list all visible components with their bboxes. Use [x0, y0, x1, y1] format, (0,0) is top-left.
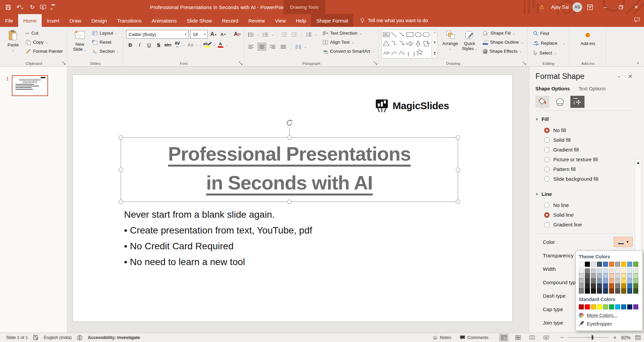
color-swatch[interactable]: [585, 268, 590, 273]
shapes-gallery-items[interactable]: { }: [381, 30, 432, 58]
color-swatch[interactable]: [603, 268, 608, 273]
bold-button[interactable]: B: [126, 41, 134, 49]
resize-handle-bottom-center[interactable]: [287, 200, 292, 204]
radio-no-line[interactable]: No line: [544, 200, 633, 210]
color-swatch[interactable]: [633, 289, 638, 294]
color-swatch[interactable]: [591, 262, 596, 267]
resize-handle-bottom-left[interactable]: [119, 200, 123, 204]
color-swatch[interactable]: [615, 262, 620, 267]
color-swatch[interactable]: [591, 268, 596, 273]
slide-canvas[interactable]: MagicSlides Professional Presentations i…: [73, 75, 513, 322]
paste-dropdown-icon[interactable]: ⌄: [12, 48, 14, 52]
character-spacing-button[interactable]: AV↔: [173, 41, 181, 49]
color-swatch[interactable]: [627, 273, 632, 279]
color-swatch[interactable]: [627, 284, 632, 289]
zoom-level[interactable]: 82%: [621, 335, 631, 340]
numbering-dropdown-icon[interactable]: ⌄: [272, 33, 274, 36]
copy-button[interactable]: Copy ⌄: [24, 38, 64, 47]
replace-dropdown-icon[interactable]: ⌄: [563, 42, 565, 45]
paragraph-dialog-launcher-icon[interactable]: [374, 61, 377, 65]
color-swatch[interactable]: [591, 273, 596, 279]
color-swatch[interactable]: [603, 304, 608, 309]
color-swatch[interactable]: [585, 273, 590, 279]
radio-gradient-line[interactable]: Gradient line: [544, 220, 633, 229]
color-swatch[interactable]: [591, 304, 596, 309]
undo-dropdown-icon[interactable]: ⌄: [18, 4, 25, 10]
color-swatch[interactable]: [579, 289, 584, 294]
color-swatch[interactable]: [603, 262, 608, 267]
font-color-dropdown-icon[interactable]: ⌄: [226, 43, 228, 46]
collapse-ribbon-icon[interactable]: ∧: [637, 61, 639, 65]
slide-indicator[interactable]: Slide 1 of 1: [6, 335, 28, 340]
pane-close-icon[interactable]: ✕: [628, 73, 633, 80]
bullets-dropdown-icon[interactable]: ⌄: [257, 33, 259, 36]
quick-styles-button[interactable]: QuickStyles ⌄: [460, 29, 479, 52]
decrease-font-size-button[interactable]: A▼: [219, 30, 227, 38]
resize-handle-mid-left[interactable]: [119, 168, 123, 172]
clipboard-dialog-launcher-icon[interactable]: [62, 61, 66, 65]
radio-solid-fill[interactable]: Solid fill: [544, 135, 633, 145]
columns-dropdown-icon[interactable]: ⌄: [304, 45, 307, 48]
format-painter-button[interactable]: Format Painter: [24, 47, 64, 56]
layout-dropdown-icon[interactable]: ⌄: [115, 32, 118, 35]
drawing-dialog-launcher-icon[interactable]: [523, 61, 526, 65]
color-swatch[interactable]: [621, 279, 626, 284]
avatar[interactable]: AS: [572, 2, 582, 12]
increase-font-size-button[interactable]: A▲: [209, 30, 217, 38]
gallery-scroll-up-icon[interactable]: ▲: [434, 31, 436, 34]
change-case-dropdown-icon[interactable]: ⌄: [196, 43, 198, 46]
italic-button[interactable]: I: [135, 41, 144, 49]
shapes-gallery-scrollbar[interactable]: ▲ ▼ ▼▔: [432, 30, 438, 58]
justify-button[interactable]: [279, 43, 288, 51]
tab-transitions[interactable]: Transitions: [112, 14, 147, 27]
color-swatch[interactable]: [609, 273, 614, 279]
strikethrough-button[interactable]: abc: [164, 41, 172, 49]
color-swatch[interactable]: [621, 262, 626, 267]
color-swatch[interactable]: [633, 268, 638, 273]
color-swatch[interactable]: [609, 289, 614, 294]
align-center-button[interactable]: [257, 43, 266, 51]
rotate-handle-icon[interactable]: [285, 119, 293, 127]
user-name[interactable]: Ajay Sai: [548, 4, 572, 10]
color-swatch[interactable]: [579, 304, 584, 309]
zoom-out-button[interactable]: −: [560, 335, 563, 341]
color-swatch[interactable]: [579, 284, 584, 289]
radio-pattern-fill[interactable]: Pattern fill: [544, 164, 633, 174]
eyedropper-item[interactable]: Eyedropper: [579, 319, 639, 328]
color-swatch[interactable]: [609, 304, 614, 309]
color-swatch[interactable]: [609, 268, 614, 273]
line-spacing-dropdown-icon[interactable]: ⌄: [315, 33, 317, 36]
color-swatch[interactable]: [603, 279, 608, 284]
color-swatch[interactable]: [591, 289, 596, 294]
color-swatch[interactable]: [615, 273, 620, 279]
tab-view[interactable]: View: [270, 14, 291, 27]
fill-and-line-icon[interactable]: [535, 96, 550, 108]
section-dropdown-icon[interactable]: ⌄: [117, 50, 119, 53]
increase-indent-button[interactable]: [290, 31, 298, 39]
cut-button[interactable]: ✂ Cut: [24, 29, 64, 38]
slideshow-view-button[interactable]: [541, 334, 551, 342]
fill-section-header[interactable]: ∨ Fill: [535, 116, 633, 122]
color-swatch[interactable]: [627, 289, 632, 294]
new-slide-button[interactable]: NewSlide ⌄: [70, 29, 89, 52]
convert-smartart-dropdown-icon[interactable]: ⌄: [372, 50, 374, 53]
resize-handle-top-center[interactable]: [287, 135, 292, 140]
resize-handle-top-left[interactable]: [119, 135, 123, 140]
align-text-button[interactable]: Align Text ⌄: [321, 38, 376, 47]
color-swatch[interactable]: [633, 262, 638, 267]
restore-button[interactable]: [613, 0, 629, 14]
color-swatch[interactable]: [585, 304, 590, 309]
redo-icon[interactable]: ↻: [30, 4, 35, 10]
color-swatch[interactable]: [633, 279, 638, 284]
shape-fill-dropdown-icon[interactable]: ⌄: [513, 32, 515, 35]
radio-solid-line[interactable]: Solid line: [544, 210, 633, 220]
section-button[interactable]: Section ⌄: [91, 47, 120, 56]
resize-handle-mid-right[interactable]: [456, 168, 460, 172]
color-swatch[interactable]: [585, 289, 590, 294]
color-swatch[interactable]: [615, 289, 620, 294]
replace-button[interactable]: ab↪ac Replace ⌄: [532, 38, 567, 48]
color-swatch[interactable]: [627, 262, 632, 267]
shape-effects-button[interactable]: Shape Effects ⌄: [481, 47, 525, 56]
new-slide-dropdown-icon[interactable]: ⌄: [84, 48, 86, 51]
tab-record[interactable]: Record: [217, 14, 243, 27]
